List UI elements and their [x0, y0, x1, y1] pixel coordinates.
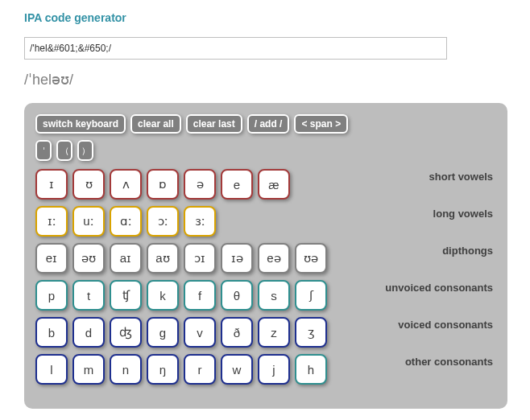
key-row: lmnŋrwjhother consonants — [35, 354, 496, 385]
ipa-key[interactable]: ɪː — [35, 206, 68, 237]
ipa-key[interactable]: h — [295, 354, 327, 385]
ipa-key[interactable]: ɑː — [110, 206, 142, 237]
clear-all-button[interactable]: clear all — [130, 114, 181, 134]
ipa-key[interactable]: t — [72, 280, 105, 311]
ipa-key[interactable]: ʌ — [110, 169, 142, 200]
ipa-key[interactable]: aʊ — [147, 243, 179, 274]
ipa-key[interactable]: b — [35, 317, 68, 348]
ipa-key[interactable]: p — [35, 280, 68, 311]
ipa-key[interactable]: ʧ — [110, 280, 142, 311]
ipa-key[interactable]: uː — [72, 206, 105, 237]
ipa-key[interactable]: l — [35, 354, 68, 385]
ipa-key[interactable]: m — [72, 354, 105, 385]
ipa-key[interactable]: ʒ — [295, 317, 327, 348]
ipa-key[interactable]: ʤ — [110, 317, 142, 348]
add-slash-button[interactable]: / add / — [247, 114, 290, 134]
stress-key[interactable]: ˈ — [35, 140, 52, 161]
ipa-key[interactable]: ŋ — [147, 354, 179, 385]
ipa-key[interactable]: d — [72, 317, 105, 348]
key-group: eɪəʊaɪaʊɔɪɪəeəʊə — [35, 243, 327, 274]
output-preview: /ˈheləʊ/ — [24, 71, 506, 89]
key-row: bdʤgvðzʒvoiced consonants — [35, 317, 496, 348]
ipa-key[interactable]: aɪ — [110, 243, 142, 274]
key-group: ɪːuːɑːɔːɜː — [35, 206, 216, 237]
ipa-key[interactable]: f — [184, 280, 216, 311]
span-button[interactable]: < span > — [294, 114, 348, 134]
row-label: long vowels — [433, 206, 496, 220]
stress-key[interactable]: ） — [77, 140, 93, 161]
clear-last-button[interactable]: clear last — [186, 114, 242, 134]
toolbar: switch keyboard clear all clear last / a… — [35, 114, 496, 134]
ipa-key[interactable]: n — [110, 354, 142, 385]
ipa-key[interactable]: ð — [221, 317, 253, 348]
stress-row: ˈ （ ） — [35, 140, 496, 161]
ipa-key[interactable]: əʊ — [72, 243, 105, 274]
ipa-key[interactable]: s — [258, 280, 290, 311]
page-title: IPA code generator — [24, 11, 506, 24]
ipa-key[interactable]: w — [221, 354, 253, 385]
ipa-key[interactable]: ɪ — [35, 169, 68, 200]
ipa-key[interactable]: θ — [221, 280, 253, 311]
key-group: ptʧkfθsʃ — [35, 280, 327, 311]
ipa-key[interactable]: ʃ — [295, 280, 327, 311]
ipa-key[interactable]: j — [258, 354, 290, 385]
row-label: dipthongs — [442, 243, 496, 257]
keyboard-panel: switch keyboard clear all clear last / a… — [24, 103, 507, 409]
ipa-key[interactable]: ʊə — [295, 243, 327, 274]
code-input[interactable] — [24, 37, 447, 60]
ipa-key[interactable]: r — [184, 354, 216, 385]
ipa-key[interactable]: eɪ — [35, 243, 68, 274]
ipa-key[interactable]: ɒ — [147, 169, 179, 200]
ipa-key[interactable]: g — [147, 317, 179, 348]
row-label: short vowels — [429, 169, 496, 183]
key-group: bdʤgvðzʒ — [35, 317, 327, 348]
stress-key[interactable]: （ — [56, 140, 72, 161]
key-group: ɪʊʌɒəeæ — [35, 169, 290, 200]
ipa-key[interactable]: ɔː — [147, 206, 179, 237]
switch-keyboard-button[interactable]: switch keyboard — [35, 114, 126, 134]
ipa-key[interactable]: æ — [258, 169, 290, 200]
key-group: lmnŋrwjh — [35, 354, 327, 385]
ipa-key[interactable]: v — [184, 317, 216, 348]
ipa-key[interactable]: e — [221, 169, 253, 200]
key-row: eɪəʊaɪaʊɔɪɪəeəʊədipthongs — [35, 243, 496, 274]
row-label: unvoiced consonants — [385, 280, 496, 294]
ipa-key[interactable]: ɪə — [221, 243, 253, 274]
ipa-key[interactable]: ɜː — [184, 206, 216, 237]
ipa-key[interactable]: ɔɪ — [184, 243, 216, 274]
key-row: ɪːuːɑːɔːɜːlong vowels — [35, 206, 496, 237]
ipa-key[interactable]: ʊ — [72, 169, 105, 200]
ipa-key[interactable]: z — [258, 317, 290, 348]
ipa-key[interactable]: k — [147, 280, 179, 311]
key-row: ptʧkfθsʃunvoiced consonants — [35, 280, 496, 311]
ipa-key[interactable]: eə — [258, 243, 290, 274]
key-row: ɪʊʌɒəeæshort vowels — [35, 169, 496, 200]
row-label: voiced consonants — [398, 317, 496, 331]
row-label: other consonants — [405, 354, 496, 368]
ipa-key[interactable]: ə — [184, 169, 216, 200]
